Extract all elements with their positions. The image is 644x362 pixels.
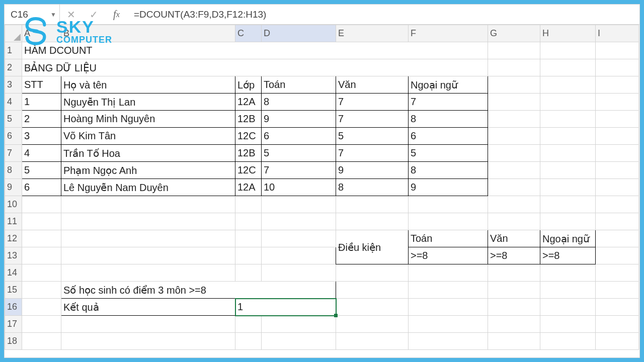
- cell-lang[interactable]: 8: [409, 111, 488, 128]
- cell[interactable]: [488, 128, 540, 145]
- cancel-icon[interactable]: ✕: [60, 5, 83, 24]
- cell-math[interactable]: 8: [262, 94, 336, 111]
- cell[interactable]: [596, 282, 639, 299]
- hdr-lit[interactable]: Văn: [336, 76, 409, 94]
- cell[interactable]: [540, 282, 596, 299]
- cell[interactable]: [540, 299, 596, 316]
- result-title[interactable]: Số học sinh có điểm 3 môn >=8: [61, 282, 336, 299]
- cell[interactable]: [235, 264, 262, 282]
- cell[interactable]: [409, 333, 488, 350]
- cell-lang[interactable]: 6: [409, 128, 488, 145]
- row-header[interactable]: 12: [5, 230, 22, 247]
- cell[interactable]: [596, 76, 639, 94]
- col-H[interactable]: H: [540, 25, 596, 42]
- cell[interactable]: [262, 247, 336, 264]
- cell[interactable]: [262, 213, 336, 230]
- cell-math[interactable]: 10: [262, 179, 336, 196]
- cell[interactable]: [235, 333, 262, 350]
- cell[interactable]: [488, 94, 540, 111]
- col-C[interactable]: C: [235, 25, 262, 42]
- row-header[interactable]: 14: [5, 264, 22, 282]
- cell-math[interactable]: 9: [262, 111, 336, 128]
- cell-lang[interactable]: 7: [409, 94, 488, 111]
- cell[interactable]: [61, 213, 235, 230]
- cell[interactable]: [488, 111, 540, 128]
- cell[interactable]: [596, 247, 639, 264]
- cell[interactable]: [596, 111, 639, 128]
- cell[interactable]: [61, 196, 235, 213]
- col-F[interactable]: F: [409, 25, 488, 42]
- hdr-class[interactable]: Lớp: [235, 76, 262, 94]
- spreadsheet-grid[interactable]: A B C D E F G H I 1 HÀM DCOUNT 2 B: [5, 25, 639, 350]
- cell-stt[interactable]: 2: [22, 111, 61, 128]
- cell[interactable]: [488, 213, 540, 230]
- cell[interactable]: [61, 264, 235, 282]
- cell[interactable]: [488, 162, 540, 179]
- cell-stt[interactable]: 3: [22, 128, 61, 145]
- cell[interactable]: [22, 299, 61, 316]
- cell[interactable]: [540, 42, 596, 59]
- cell[interactable]: [488, 316, 540, 333]
- cell-lit[interactable]: 8: [336, 179, 409, 196]
- cell[interactable]: [596, 264, 639, 282]
- cell[interactable]: [488, 179, 540, 196]
- cell-name[interactable]: Lê Nguyễn Nam Duyên: [61, 179, 235, 196]
- row-header[interactable]: 17: [5, 316, 22, 333]
- cell[interactable]: [262, 316, 336, 333]
- cell[interactable]: [262, 230, 336, 247]
- cell[interactable]: [596, 213, 639, 230]
- cell[interactable]: [540, 196, 596, 213]
- hdr-lang[interactable]: Ngoại ngữ: [409, 76, 488, 94]
- cell-lang[interactable]: 9: [409, 179, 488, 196]
- cell[interactable]: [22, 230, 61, 247]
- cell[interactable]: [235, 196, 262, 213]
- cell[interactable]: [488, 59, 540, 76]
- cell-class[interactable]: 12A: [235, 94, 262, 111]
- row-header[interactable]: 1: [5, 42, 22, 59]
- cell-lang[interactable]: 5: [409, 145, 488, 162]
- cell-stt[interactable]: 1: [22, 94, 61, 111]
- row-header[interactable]: 6: [5, 128, 22, 145]
- cell[interactable]: [596, 162, 639, 179]
- col-A[interactable]: A: [22, 25, 61, 42]
- criteria-h2[interactable]: Văn: [488, 230, 540, 247]
- cell-name[interactable]: Phạm Ngọc Anh: [61, 162, 235, 179]
- criteria-v2[interactable]: >=8: [488, 247, 540, 264]
- name-box-dropdown-icon[interactable]: ▼: [50, 11, 56, 18]
- result-value[interactable]: 1: [235, 299, 336, 316]
- cell[interactable]: [596, 299, 639, 316]
- cell[interactable]: [540, 333, 596, 350]
- row-header[interactable]: 11: [5, 213, 22, 230]
- row-header[interactable]: 2: [5, 59, 22, 76]
- row-header[interactable]: 7: [5, 145, 22, 162]
- cell[interactable]: [235, 247, 262, 264]
- cell[interactable]: [488, 76, 540, 94]
- row-header[interactable]: 3: [5, 76, 22, 94]
- cell-math[interactable]: 6: [262, 128, 336, 145]
- cell[interactable]: [596, 42, 639, 59]
- cell[interactable]: [596, 333, 639, 350]
- row-header[interactable]: 8: [5, 162, 22, 179]
- cell-lit[interactable]: 7: [336, 145, 409, 162]
- criteria-h3[interactable]: Ngoại ngữ: [540, 230, 596, 247]
- cell[interactable]: [488, 42, 540, 59]
- cell-math[interactable]: 7: [262, 162, 336, 179]
- cell[interactable]: [22, 333, 61, 350]
- cell-name[interactable]: Hoàng Minh Nguyên: [61, 111, 235, 128]
- cell[interactable]: [22, 316, 61, 333]
- cell[interactable]: [409, 299, 488, 316]
- cell[interactable]: [235, 230, 262, 247]
- cell[interactable]: [596, 179, 639, 196]
- title-sub[interactable]: BẢNG DỮ LIỆU: [22, 59, 488, 76]
- cell[interactable]: [22, 282, 61, 299]
- cell-class[interactable]: 12A: [235, 179, 262, 196]
- col-G[interactable]: G: [488, 25, 540, 42]
- criteria-v3[interactable]: >=8: [540, 247, 596, 264]
- cell[interactable]: [336, 213, 409, 230]
- col-E[interactable]: E: [336, 25, 409, 42]
- select-all-corner[interactable]: [5, 25, 22, 42]
- cell[interactable]: [61, 247, 235, 264]
- col-D[interactable]: D: [262, 25, 336, 42]
- row-header[interactable]: 5: [5, 111, 22, 128]
- enter-icon[interactable]: ✓: [83, 5, 105, 24]
